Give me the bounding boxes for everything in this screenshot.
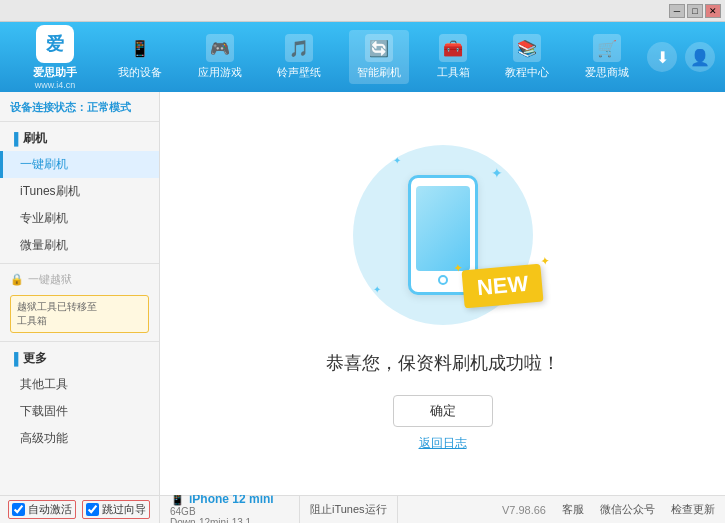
phone-illustration: NEW ✦ ✦ ✦ [343, 135, 543, 335]
phone-circle: NEW ✦ ✦ ✦ [353, 145, 533, 325]
shop-icon: 🛒 [593, 34, 621, 62]
nav-label-smart: 智能刷机 [357, 65, 401, 80]
nav-label-shop: 爱思商城 [585, 65, 629, 80]
apps-icon: 🎮 [206, 34, 234, 62]
window-controls: ─ □ ✕ [669, 4, 721, 18]
tools-icon: 🧰 [439, 34, 467, 62]
device-model: Down-12mini-13.1 [170, 517, 289, 524]
maximize-button[interactable]: □ [687, 4, 703, 18]
sparkle-1: ✦ [491, 165, 503, 181]
phone-screen [416, 186, 470, 271]
sidebar-item-itunes[interactable]: iTunes刷机 [0, 178, 159, 205]
logo: 爱 爱思助手 www.i4.cn [10, 25, 100, 90]
header-right: ⬇ 👤 [647, 42, 715, 72]
device-status: 设备连接状态：正常模式 [0, 96, 159, 122]
nav-item-ringtones[interactable]: 🎵 铃声壁纸 [269, 30, 329, 84]
user-button[interactable]: 👤 [685, 42, 715, 72]
sidebar-item-other[interactable]: 其他工具 [0, 371, 159, 398]
nav-label-device: 我的设备 [118, 65, 162, 80]
nav-bar: 📱 我的设备 🎮 应用游戏 🎵 铃声壁纸 🔄 智能刷机 🧰 工具箱 📚 教程中心… [100, 30, 647, 84]
success-message: 恭喜您，保资料刷机成功啦！ [326, 351, 560, 375]
divider-2 [0, 341, 159, 342]
sidebar-item-onekey[interactable]: 一键刷机 [0, 151, 159, 178]
nav-label-tools: 工具箱 [437, 65, 470, 80]
skip-wizard-input[interactable] [86, 503, 99, 516]
sparkle-2: ✦ [393, 155, 401, 166]
status-label: 设备连接状态： [10, 101, 87, 113]
nav-item-tools[interactable]: 🧰 工具箱 [429, 30, 478, 84]
nav-label-tutorials: 教程中心 [505, 65, 549, 80]
main-area: 设备连接状态：正常模式 ▐ 刷机 一键刷机 iTunes刷机 专业刷机 微量刷机… [0, 92, 725, 495]
device-storage: 64GB [170, 506, 289, 517]
sidebar-item-pro[interactable]: 专业刷机 [0, 205, 159, 232]
auto-activate-checkbox[interactable]: 自动激活 [8, 500, 76, 519]
sidebar-item-advanced[interactable]: 高级功能 [0, 425, 159, 452]
back-link[interactable]: 返回日志 [419, 435, 467, 452]
minimize-button[interactable]: ─ [669, 4, 685, 18]
divider-1 [0, 263, 159, 264]
header: 爱 爱思助手 www.i4.cn 📱 我的设备 🎮 应用游戏 🎵 铃声壁纸 🔄 … [0, 22, 725, 92]
update-link[interactable]: 检查更新 [671, 502, 715, 517]
section-jailbreak: 🔒 一键越狱 [0, 268, 159, 291]
smart-icon: 🔄 [365, 34, 393, 62]
sidebar: 设备连接状态：正常模式 ▐ 刷机 一键刷机 iTunes刷机 专业刷机 微量刷机… [0, 92, 160, 495]
logo-name: 爱思助手 [33, 65, 77, 80]
section-flash-label: 刷机 [23, 130, 47, 147]
jailbreak-label: 一键越狱 [28, 272, 72, 287]
skip-wizard-label: 跳过向导 [102, 502, 146, 517]
sidebar-item-firmware[interactable]: 下载固件 [0, 398, 159, 425]
tutorials-icon: 📚 [513, 34, 541, 62]
auto-activate-label: 自动激活 [28, 502, 72, 517]
device-info-panel: 📱 iPhone 12 mini 64GB Down-12mini-13.1 [160, 496, 300, 523]
ringtones-icon: 🎵 [285, 34, 313, 62]
new-badge: NEW [462, 264, 544, 309]
bottom-right: V7.98.66 客服 微信公众号 检查更新 [398, 502, 725, 517]
jailbreak-note-text: 越狱工具已转移至工具箱 [17, 301, 97, 326]
section-flash[interactable]: ▐ 刷机 [0, 126, 159, 151]
close-button[interactable]: ✕ [705, 4, 721, 18]
sparkle-3: ✦ [373, 284, 381, 295]
nav-item-shop[interactable]: 🛒 爱思商城 [577, 30, 637, 84]
jailbreak-note: 越狱工具已转移至工具箱 [10, 295, 149, 333]
download-button[interactable]: ⬇ [647, 42, 677, 72]
nav-item-smart[interactable]: 🔄 智能刷机 [349, 30, 409, 84]
wechat-link[interactable]: 微信公众号 [600, 502, 655, 517]
nav-label-ringtones: 铃声壁纸 [277, 65, 321, 80]
section-more-label: 更多 [23, 350, 47, 367]
service-link[interactable]: 客服 [562, 502, 584, 517]
nav-item-apps[interactable]: 🎮 应用游戏 [190, 30, 250, 84]
section-more[interactable]: ▐ 更多 [0, 346, 159, 371]
nav-label-apps: 应用游戏 [198, 65, 242, 80]
version-label: V7.98.66 [502, 504, 546, 516]
stop-itunes-label: 阻止iTunes运行 [300, 496, 398, 523]
nav-item-device[interactable]: 📱 我的设备 [110, 30, 170, 84]
bottom-left: 自动激活 跳过向导 [0, 496, 160, 523]
skip-wizard-checkbox[interactable]: 跳过向导 [82, 500, 150, 519]
auto-activate-input[interactable] [12, 503, 25, 516]
sidebar-item-micro[interactable]: 微量刷机 [0, 232, 159, 259]
status-value: 正常模式 [87, 101, 131, 113]
content-area: NEW ✦ ✦ ✦ 恭喜您，保资料刷机成功啦！ 确定 返回日志 [160, 92, 725, 495]
nav-item-tutorials[interactable]: 📚 教程中心 [497, 30, 557, 84]
logo-url: www.i4.cn [35, 80, 76, 90]
bottom-bar: 自动激活 跳过向导 📱 iPhone 12 mini 64GB Down-12m… [0, 495, 725, 523]
device-icon: 📱 [126, 34, 154, 62]
title-bar: ─ □ ✕ [0, 0, 725, 22]
phone-home-button [438, 275, 448, 285]
logo-icon: 爱 [36, 25, 74, 63]
confirm-button[interactable]: 确定 [393, 395, 493, 427]
